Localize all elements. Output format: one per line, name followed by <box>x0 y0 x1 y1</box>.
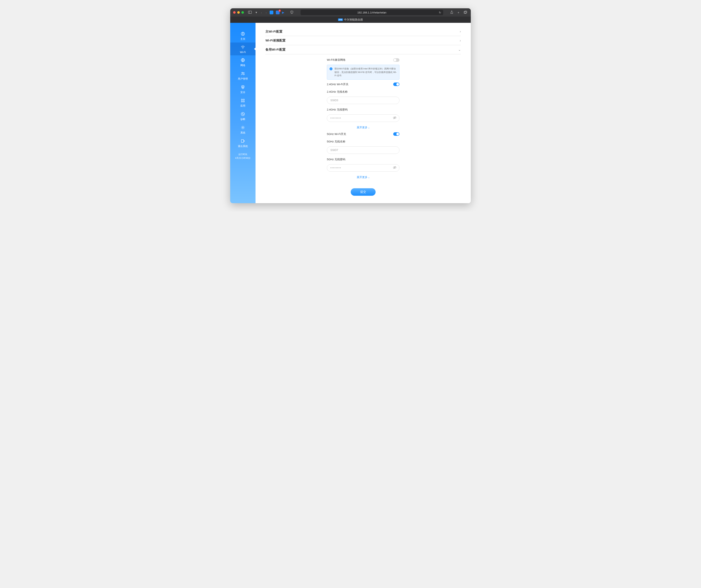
section-main-wifi[interactable]: 主Wi-Fi配置 › <box>265 27 461 36</box>
name-5-label: 5GHz 无线名称 <box>327 140 400 143</box>
url-bar[interactable]: 192.168.1.1/#/wlan/wlan ↻ <box>300 10 443 15</box>
svg-rect-12 <box>241 101 243 102</box>
sidebar: 主页 Wi-Fi 网络 用户管理 安全 应用 <box>230 23 255 203</box>
switch-24-label: 2.4GHz Wi-Fi开关 <box>327 82 348 86</box>
backup-wifi-panel: Wi-Fi5兼容网络 i 部分Wi-Fi设备（如部分使用 Intel 网卡的笔记… <box>265 54 461 203</box>
svg-rect-10 <box>241 99 243 100</box>
wifi5-compat-toggle[interactable] <box>393 58 400 62</box>
window-controls[interactable] <box>233 11 244 14</box>
pw-24-label: 2.4GHz 无线密码 <box>327 108 400 111</box>
svg-point-15 <box>242 127 243 128</box>
name-5-input[interactable] <box>327 146 400 154</box>
sidebar-item-label: Wi-Fi <box>240 51 246 54</box>
shield-icon <box>240 84 246 90</box>
sidebar-item-logout[interactable]: 退出系统 <box>230 136 255 150</box>
chevron-right-icon: › <box>460 30 461 33</box>
close-window[interactable] <box>233 11 236 14</box>
switch-5-toggle[interactable] <box>393 132 400 136</box>
sidebar-item-apps[interactable]: 应用 <box>230 96 255 109</box>
wifi5-compat-label: Wi-Fi5兼容网络 <box>327 58 345 62</box>
extension-1-icon[interactable] <box>270 11 273 14</box>
sidebar-item-network[interactable]: 网络 <box>230 55 255 69</box>
wifi-icon <box>240 45 246 50</box>
back-button[interactable]: ‹ <box>260 10 263 15</box>
eye-off-icon[interactable] <box>393 116 397 120</box>
gear-icon <box>240 125 246 130</box>
share-icon[interactable] <box>449 10 454 15</box>
sidebar-item-label: 诊断 <box>240 118 245 121</box>
info-text: 部分Wi-Fi设备（如部分使用 Intel 网卡的笔记本）因网卡驱动较旧，无法扫… <box>334 67 397 77</box>
main-content[interactable]: 主Wi-Fi配置 › Wi-Fi射频配置 › 备用Wi-Fi配置 ⌄ Wi-Fi… <box>255 23 471 203</box>
dropdown-icon[interactable]: ▾ <box>255 10 258 15</box>
extension-play-icon[interactable]: ▶ <box>282 11 284 14</box>
info-icon: i <box>329 67 332 70</box>
shield-icon[interactable] <box>289 10 294 15</box>
forward-button[interactable]: › <box>265 10 267 15</box>
extension-badge: 1 <box>278 10 281 12</box>
sidebar-item-label: 退出系统 <box>238 145 248 148</box>
sidebar-item-home[interactable]: 主页 <box>230 29 255 42</box>
sidebar-item-label: 用户管理 <box>238 77 248 80</box>
minimize-window[interactable] <box>237 11 240 14</box>
uptime-label: 运行时长 <box>235 153 251 156</box>
pw-24-input[interactable] <box>327 114 400 122</box>
sidebar-item-system[interactable]: 系统 <box>230 123 255 136</box>
sidebar-item-diagnosis[interactable]: 诊断 <box>230 109 255 123</box>
url-text: 192.168.1.1/#/wlan/wlan <box>358 11 386 14</box>
svg-point-6 <box>243 48 243 49</box>
tab-bar: ZTE 中兴智能路由器 <box>230 17 471 23</box>
info-tip: i 部分Wi-Fi设备（如部分使用 Intel 网卡的笔记本）因网卡驱动较旧，无… <box>327 65 400 80</box>
sidebar-item-label: 系统 <box>240 131 245 134</box>
section-title: 主Wi-Fi配置 <box>265 30 282 34</box>
svg-point-5 <box>242 33 243 34</box>
new-tab-icon[interactable]: ＋ <box>456 10 461 15</box>
switch-24-toggle[interactable] <box>393 82 400 86</box>
svg-point-9 <box>243 72 244 74</box>
tab-title: 中兴智能路由器 <box>344 18 363 22</box>
section-title: 备用Wi-Fi配置 <box>265 48 286 52</box>
section-backup-wifi[interactable]: 备用Wi-Fi配置 ⌄ <box>265 45 461 54</box>
pw-5-input[interactable] <box>327 164 400 172</box>
uptime: 运行时长 4天22小时48分 <box>235 153 251 160</box>
switch-5-label: 5GHz Wi-Fi开关 <box>327 132 346 136</box>
sidebar-item-label: 安全 <box>240 91 245 94</box>
sidebar-item-wifi[interactable]: Wi-Fi <box>230 42 255 55</box>
uptime-value: 4天22小时48分 <box>235 156 251 160</box>
tabs-overview-icon[interactable] <box>463 10 468 15</box>
expand-more-24[interactable]: 展开更多⌄ <box>327 126 400 129</box>
svg-rect-0 <box>248 11 252 13</box>
section-title: Wi-Fi射频配置 <box>265 39 286 42</box>
sidebar-item-label: 主页 <box>240 37 245 40</box>
submit-button[interactable]: 提交 <box>351 188 376 196</box>
svg-rect-11 <box>243 99 245 100</box>
chevron-right-icon: › <box>460 39 461 42</box>
extension-2-icon[interactable]: 1 <box>276 11 280 14</box>
network-icon <box>240 57 246 63</box>
section-rf-wifi[interactable]: Wi-Fi射频配置 › <box>265 36 461 45</box>
sidebar-toggle-icon[interactable] <box>247 10 253 15</box>
diagnosis-icon <box>240 111 246 117</box>
zte-badge: ZTE <box>338 18 343 21</box>
browser-window: ▾ ‹ › 1 ▶ 192.168.1.1/#/wlan/wlan ↻ ＋ <box>230 8 471 203</box>
users-icon <box>240 71 246 76</box>
home-icon <box>240 31 246 36</box>
apps-icon <box>240 98 246 103</box>
sidebar-item-label: 应用 <box>240 104 245 107</box>
sidebar-item-label: 网络 <box>240 64 245 67</box>
eye-off-icon[interactable] <box>393 166 397 170</box>
sidebar-item-users[interactable]: 用户管理 <box>230 69 255 82</box>
expand-more-5[interactable]: 展开更多⌄ <box>327 176 400 179</box>
chevron-down-icon: ⌄ <box>458 48 461 52</box>
svg-point-8 <box>242 72 243 74</box>
name-24-label: 2.4GHz 无线名称 <box>327 90 400 94</box>
name-24-input[interactable] <box>327 97 400 104</box>
svg-rect-13 <box>243 101 245 102</box>
pw-5-label: 5GHz 无线密码 <box>327 158 400 161</box>
logout-icon <box>240 138 246 144</box>
sidebar-item-security[interactable]: 安全 <box>230 82 255 96</box>
extension-icons: 1 ▶ <box>270 11 284 14</box>
maximize-window[interactable] <box>241 11 244 14</box>
refresh-icon[interactable]: ↻ <box>439 11 441 14</box>
browser-chrome: ▾ ‹ › 1 ▶ 192.168.1.1/#/wlan/wlan ↻ ＋ <box>230 8 471 23</box>
